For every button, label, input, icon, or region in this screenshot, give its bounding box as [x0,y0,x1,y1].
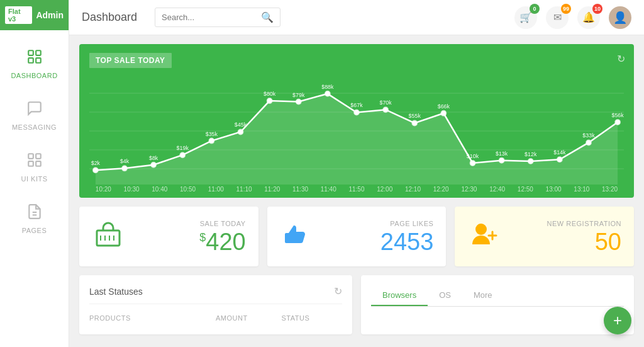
stat-info-likes: PAGE LIKES 2453 [323,220,434,254]
stat-card-reg: NEW REGISTRATION 50 [455,207,634,266]
cart-badge: 0 [530,4,540,14]
fab-button[interactable]: + [604,307,631,334]
search-box[interactable]: 🔍 [155,8,280,27]
svg-point-52 [615,120,620,125]
stat-label-sale: SALE TODAY [200,220,246,227]
svg-rect-7 [36,161,41,166]
avatar-icon: 👤 [613,11,627,25]
stats-row: SALE TODAY $420 PAGE LIKES 2453 [79,207,634,266]
sidebar-item-messaging-label: Messaging [12,123,57,131]
stat-card-sale: SALE TODAY $420 [79,207,258,266]
svg-text:$12k: $12k [525,151,537,157]
cart-button[interactable]: 🛒 0 [514,6,537,29]
search-input[interactable] [162,13,257,22]
logo-badge: Flat v3 [5,6,32,24]
svg-text:$45k: $45k [235,122,247,128]
stat-label-reg: NEW REGISTRATION [547,220,621,227]
svg-text:$56k: $56k [611,112,624,118]
svg-point-28 [267,98,272,103]
last-statuses-title: Last Statuses [89,287,143,297]
stat-card-likes: PAGE LIKES 2453 [267,207,447,266]
svg-text:$8k: $8k [149,155,158,161]
tab-more[interactable]: More [462,285,504,306]
bottom-row: Last Statuses ↻ PRODUCTS AMOUNT STATUS B… [79,275,634,334]
logo-text: Admin [36,10,64,20]
svg-point-40 [441,111,446,116]
last-statuses-card: Last Statuses ↻ PRODUCTS AMOUNT STATUS [79,275,352,334]
svg-text:$4k: $4k [120,158,130,164]
bell-badge: 10 [592,4,602,14]
message-icon: ✉ [553,11,562,23]
svg-point-42 [470,161,475,166]
sidebar-item-messaging[interactable]: Messaging [0,88,69,140]
stat-prefix-sale: $ [199,231,206,244]
stat-value-likes: 2453 [380,230,434,254]
sidebar-item-uikits[interactable]: UI Kits [0,140,69,191]
svg-text:$70k: $70k [379,100,392,106]
dashboard-icon [23,45,46,68]
svg-point-26 [238,130,243,135]
message-badge: 99 [561,4,571,14]
svg-rect-1 [36,50,41,55]
svg-point-50 [586,140,591,145]
svg-rect-2 [28,58,33,63]
svg-rect-0 [28,50,33,55]
topbar: Dashboard 🔍 🛒 0 ✉ 99 🔔 10 👤 [69,0,644,35]
svg-text:$55k: $55k [409,113,421,119]
bell-button[interactable]: 🔔 10 [577,6,600,29]
chart-area: $2k$4k$8k$19k$35k$45k$80k$79k$88k$67k$70… [89,74,624,198]
sidebar-nav: Dashboard Messaging UI Kits [0,30,69,243]
svg-text:$88k: $88k [321,84,334,90]
svg-text:$35k: $35k [206,131,218,137]
sidebar-item-pages[interactable]: Pages [0,191,69,243]
bell-icon: 🔔 [582,11,595,23]
svg-point-32 [325,91,330,96]
svg-point-20 [151,162,156,168]
svg-rect-3 [36,58,41,63]
browser-tabs: Browsers OS More [371,285,624,307]
svg-text:$79k: $79k [292,91,305,98]
svg-text:$10k: $10k [467,153,479,159]
stat-value-sale: $420 [199,230,245,254]
stat-info-sale: SALE TODAY $420 [135,220,246,254]
svg-rect-6 [28,161,33,166]
svg-point-16 [93,168,98,173]
chart-title: TOP SALE TODAY [89,53,172,68]
main: Dashboard 🔍 🛒 0 ✉ 99 🔔 10 👤 [69,0,644,347]
content: TOP SALE TODAY ↻ $2k$4k$8k$19k$35k$45k$8… [69,35,644,347]
sidebar-item-dashboard-label: Dashboard [11,72,57,79]
fab-icon: + [613,312,622,329]
chart-refresh-icon[interactable]: ↻ [617,53,625,65]
svg-point-59 [475,224,487,235]
svg-point-22 [180,152,185,157]
tab-browsers[interactable]: Browsers [371,285,428,306]
tab-os[interactable]: OS [428,285,462,306]
messaging-icon [23,97,46,120]
svg-text:$33k: $33k [582,132,595,139]
col-products: PRODUCTS [89,314,211,322]
avatar[interactable]: 👤 [609,6,631,29]
svg-point-46 [528,159,533,164]
chart-svg: $2k$4k$8k$19k$35k$45k$80k$79k$88k$67k$70… [89,74,624,185]
svg-rect-5 [36,154,41,159]
sidebar-item-dashboard[interactable]: Dashboard [0,37,69,88]
cart-icon: 🛒 [519,11,532,23]
search-icon: 🔍 [261,11,274,23]
sidebar-logo: Flat v3 Admin [0,0,69,30]
svg-text:$14k: $14k [553,149,566,156]
table-header: PRODUCTS AMOUNT STATUS [89,312,342,324]
last-statuses-header: Last Statuses ↻ [89,285,342,304]
col-amount: AMOUNT [216,314,277,322]
svg-text:$80k: $80k [264,91,276,97]
sidebar-item-pages-label: Pages [22,227,47,234]
svg-text:$66k: $66k [438,103,450,110]
chart-card: TOP SALE TODAY ↻ $2k$4k$8k$19k$35k$45k$8… [79,44,634,198]
sidebar: Flat v3 Admin Dashboard Messaging [0,0,69,347]
stat-info-reg: NEW REGISTRATION 50 [510,220,621,254]
pages-icon [23,200,46,223]
uikits-icon [23,149,46,171]
svg-text:$13k: $13k [496,151,508,157]
last-statuses-refresh-icon[interactable]: ↻ [334,285,342,297]
svg-text:$19k: $19k [177,145,189,151]
message-button[interactable]: ✉ 99 [546,6,569,29]
